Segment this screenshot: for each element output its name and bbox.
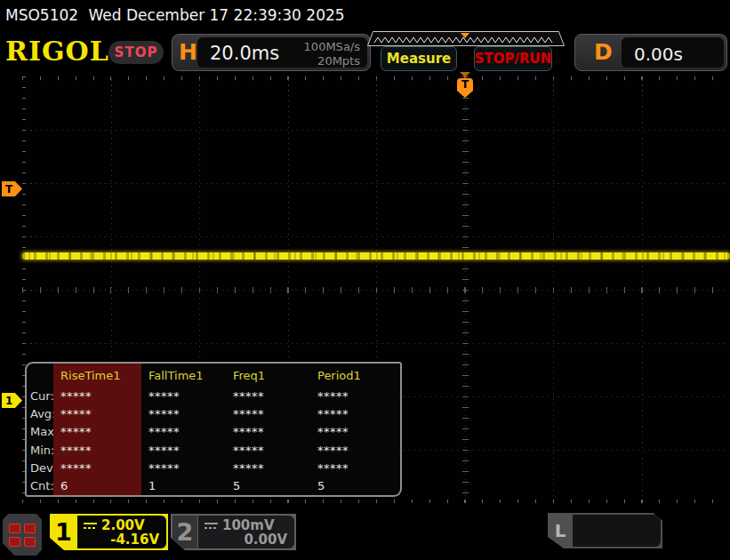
channel2-block[interactable]: 2 100mV 0.00V (171, 514, 296, 550)
row-label-max: Max: (27, 423, 53, 441)
stop-run-button[interactable]: STOP/RUN (474, 46, 552, 71)
measure-button[interactable]: Measure (381, 46, 457, 71)
channel2-badge: 2 (172, 516, 197, 548)
toolbar: RIGOL STOP H 20.0ms 100MSa/s 20Mpts Meas… (0, 29, 730, 76)
oscilloscope-screen: MSO5102 Wed December 17 22:39:30 2025 RI… (0, 0, 730, 560)
measure-col-period1[interactable]: Period1 (310, 364, 397, 387)
datetime-label: Wed December 17 22:39:30 2025 (89, 6, 345, 24)
cell-cur-falltime1: ***** (141, 387, 226, 404)
dc-coupling-icon (205, 522, 218, 530)
measure-col-falltime1[interactable]: FallTime1 (141, 364, 226, 387)
la-digits-line1: 0 1 2 3 4 5 6 7 (582, 548, 661, 560)
acquisition-status-badge: STOP (108, 41, 164, 64)
channel1-readout: 2.00V -4.16V (77, 516, 166, 548)
measure-col-risetime1[interactable]: RiseTime1 (53, 364, 141, 387)
table-corner (27, 364, 53, 387)
model-label: MSO5102 (5, 6, 78, 24)
cell-max-risetime1: ***** (53, 423, 141, 441)
trigger-position-marker-icon[interactable]: T (457, 78, 473, 91)
row-label-dev: Dev: (27, 459, 53, 476)
cell-dev-risetime1: ***** (53, 459, 141, 476)
delay-label: D (594, 39, 613, 65)
timebase-value: 20.0ms (210, 43, 279, 64)
cell-cnt-risetime1: 6 (53, 476, 141, 494)
delay-panel[interactable]: D 0.00s (574, 34, 727, 71)
cell-avg-period1: ***** (310, 404, 397, 422)
gridline (25, 290, 727, 291)
measure-col-freq1[interactable]: Freq1 (226, 364, 310, 387)
sample-rate-value: 100MSa/s (304, 40, 360, 54)
cell-min-risetime1: ***** (53, 441, 141, 459)
gridline (25, 236, 727, 237)
dc-coupling-icon (84, 522, 97, 530)
cell-cnt-period1: 5 (310, 476, 397, 494)
measurement-table: RiseTime1 FallTime1 Freq1 Period1 Cur: *… (25, 362, 402, 497)
channel1-block[interactable]: 1 2.00V -4.16V (50, 514, 168, 550)
row-label-cnt: Cnt: (27, 476, 53, 494)
cell-max-falltime1: ***** (141, 423, 226, 441)
cell-cur-risetime1: ***** (53, 387, 141, 404)
cell-min-freq1: ***** (226, 441, 310, 459)
delay-value: 0.00s (634, 44, 683, 65)
logic-analyzer-digits: 0 1 2 3 4 5 6 7 8 9 1011 12131415 (573, 515, 661, 547)
cell-max-period1: ***** (310, 423, 397, 441)
cell-avg-risetime1: ***** (53, 404, 141, 422)
cell-max-freq1: ***** (226, 423, 310, 441)
acquisition-info: 100MSa/s 20Mpts (304, 40, 360, 68)
row-label-avg: Avg: (27, 404, 53, 422)
trigger-level-marker-icon[interactable]: T (2, 181, 22, 196)
channel1-badge: 1 (50, 514, 77, 550)
cell-min-falltime1: ***** (141, 441, 226, 459)
gridline (25, 343, 727, 344)
cell-cur-freq1: ***** (226, 387, 310, 404)
channel1-position-marker-icon[interactable]: 1 (2, 393, 22, 408)
cell-avg-falltime1: ***** (141, 404, 226, 422)
waveform-preview[interactable] (367, 31, 565, 46)
cell-avg-freq1: ***** (226, 404, 310, 422)
delay-readout: 0.00s (622, 37, 724, 68)
cell-dev-freq1: ***** (226, 459, 310, 476)
menu-button[interactable] (3, 514, 42, 556)
horizontal-panel[interactable]: H 20.0ms 100MSa/s 20Mpts (172, 34, 371, 71)
info-bar: MSO5102 Wed December 17 22:39:30 2025 (0, 0, 730, 29)
horizontal-readout: 20.0ms 100MSa/s 20Mpts (197, 37, 367, 68)
cell-dev-falltime1: ***** (141, 459, 226, 476)
horizontal-label: H (179, 39, 197, 65)
grid-menu-icon (9, 524, 36, 547)
channel1-trace (22, 252, 730, 260)
logic-analyzer-block[interactable]: L 0 1 2 3 4 5 6 7 8 9 1011 12131415 (548, 513, 662, 548)
cell-dev-period1: ***** (310, 459, 397, 476)
row-label-cur: Cur: (27, 387, 53, 404)
cell-cnt-freq1: 5 (226, 476, 310, 494)
cell-cur-period1: ***** (310, 387, 397, 404)
logic-analyzer-badge: L (548, 513, 573, 548)
memory-depth-value: 20Mpts (304, 54, 360, 68)
cell-cnt-falltime1: 1 (141, 476, 226, 494)
cell-min-period1: ***** (310, 441, 397, 459)
rigol-logo: RIGOL (5, 36, 109, 67)
gridline (25, 183, 727, 184)
channel1-offset-value: -4.16V (110, 532, 159, 548)
row-label-min: Min: (27, 441, 53, 459)
channel2-readout: 100mV 0.00V (198, 516, 294, 548)
gridline (25, 130, 727, 131)
channel2-offset-value: 0.00V (244, 532, 287, 548)
